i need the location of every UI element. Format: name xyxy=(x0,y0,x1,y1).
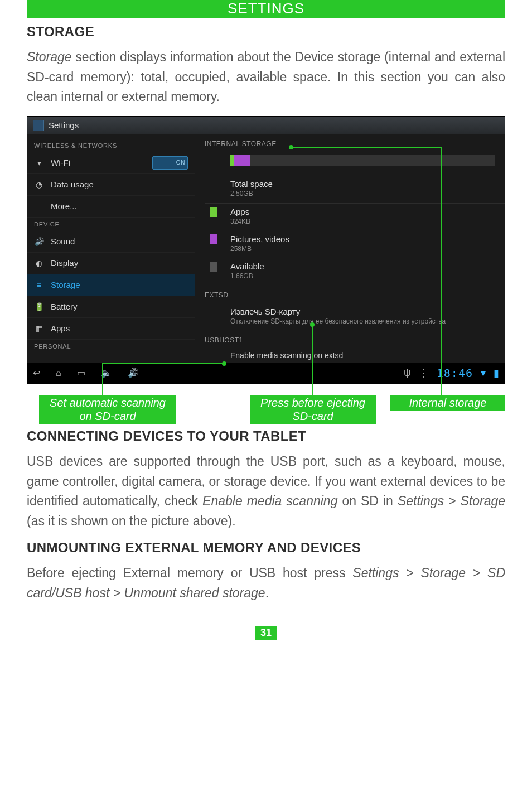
display-label: Display xyxy=(51,258,78,268)
header-bar: SETTINGS xyxy=(27,0,505,18)
android-settings-screenshot: Settings WIRELESS & NETWORKS ▾ Wi-Fi ON … xyxy=(27,116,505,384)
section-heading-unmounting: UNMOUNTING EXTERNAL MEMORY AND DEVICES xyxy=(27,540,505,556)
storage-label: Storage xyxy=(51,280,80,289)
callout-auto-scan: Set automatic scanning on SD-card xyxy=(39,395,176,424)
clock: 18:46 xyxy=(437,366,473,380)
annotation-line-internal-h xyxy=(291,147,442,148)
section-heading-storage: STORAGE xyxy=(27,24,505,40)
sidebar-category-device: DEVICE xyxy=(27,218,195,231)
sound-label: Sound xyxy=(51,236,75,246)
wifi-toggle[interactable]: ON xyxy=(152,156,188,170)
wifi-icon: ▾ xyxy=(34,158,44,168)
apps-value: 324KB xyxy=(230,218,495,225)
sidebar-category-personal: PERSONAL xyxy=(27,340,195,353)
enable-scanning-label: Enable media scanning on extsd xyxy=(230,351,495,360)
extsd-header: EXTSD xyxy=(195,286,505,303)
apps-swatch xyxy=(210,207,217,217)
volume-up-icon[interactable]: 🔊 xyxy=(128,368,139,378)
annotation-line-eject-v xyxy=(312,325,313,395)
page-number: 31 xyxy=(255,626,277,640)
android-navbar: ↩ ⌂ ▭ 🔈 🔊 ψ ⋮ 18:46 ▾ ▮ xyxy=(27,363,505,383)
wifi-label: Wi-Fi xyxy=(51,158,70,167)
apps-label: Apps xyxy=(51,324,70,333)
sidebar-item-sound[interactable]: 🔊 Sound xyxy=(27,231,195,253)
display-icon: ◐ xyxy=(34,258,44,268)
pictures-value: 258MB xyxy=(230,245,495,253)
apps-icon: ▦ xyxy=(34,324,44,334)
sound-icon: 🔊 xyxy=(34,236,44,247)
window-titlebar: Settings xyxy=(27,117,505,134)
storage-paragraph: Storage section displays information abo… xyxy=(27,47,505,107)
available-swatch xyxy=(210,262,217,272)
available-row[interactable]: Available 1.66GB xyxy=(195,258,505,286)
window-title: Settings xyxy=(49,120,79,130)
callout-press-eject: Press before ejecting SD-card xyxy=(250,395,376,424)
sidebar-item-more[interactable]: More... xyxy=(27,196,195,218)
page-footer: 31 xyxy=(0,626,532,640)
apps-row[interactable]: Apps 324KB xyxy=(195,204,505,231)
back-icon[interactable]: ↩ xyxy=(33,368,40,378)
pictures-row[interactable]: Pictures, videos 258MB xyxy=(195,231,505,258)
annotation-line-internal-v xyxy=(441,147,442,395)
apps-label: Apps xyxy=(230,207,495,216)
storage-lead-italic: Storage xyxy=(27,50,72,64)
sidebar-item-data-usage[interactable]: ◔ Data usage xyxy=(27,174,195,196)
battery-status-icon: ▮ xyxy=(494,367,499,379)
storage-icon: ≡ xyxy=(34,280,44,290)
unmounting-paragraph: Before ejecting External memory or USB h… xyxy=(27,563,505,603)
recents-icon[interactable]: ▭ xyxy=(77,368,85,378)
total-space-label: Total space xyxy=(230,179,495,189)
data-usage-icon: ◔ xyxy=(34,180,44,190)
sidebar-item-battery[interactable]: 🔋 Battery xyxy=(27,296,195,318)
eject-sd-label: Извлечь SD-карту xyxy=(230,307,495,316)
home-icon[interactable]: ⌂ xyxy=(56,368,61,378)
sidebar-item-apps[interactable]: ▦ Apps xyxy=(27,318,195,340)
internal-storage-header: INTERNAL STORAGE xyxy=(195,134,505,152)
sidebar-item-storage[interactable]: ≡ Storage xyxy=(27,274,195,296)
total-space-row[interactable]: Total space 2.50GB xyxy=(195,176,505,203)
section-heading-connecting: CONNECTING DEVICES TO YOUR TABLET xyxy=(27,428,505,444)
pictures-label: Pictures, videos xyxy=(230,234,495,244)
callout-internal-storage: Internal storage xyxy=(390,395,505,411)
settings-sidebar: WIRELESS & NETWORKS ▾ Wi-Fi ON ◔ Data us… xyxy=(27,134,195,363)
sidebar-item-display[interactable]: ◐ Display xyxy=(27,253,195,274)
enable-scanning-row[interactable]: Enable media scanning on extsd xyxy=(195,349,505,360)
battery-icon: 🔋 xyxy=(34,302,44,312)
sidebar-category-wireless: WIRELESS & NETWORKS xyxy=(27,139,195,152)
pictures-swatch xyxy=(210,234,217,244)
available-label: Available xyxy=(230,262,495,271)
usb-icon: ψ xyxy=(404,367,411,379)
connecting-paragraph: USB devices are supported through the US… xyxy=(27,452,505,532)
battery-label: Battery xyxy=(51,302,78,311)
settings-content: INTERNAL STORAGE Total space 2.50GB Apps… xyxy=(195,134,505,363)
debug-icon: ⋮ xyxy=(419,367,429,379)
more-label: More... xyxy=(51,201,77,211)
available-value: 1.66GB xyxy=(230,272,495,280)
sidebar-item-wifi[interactable]: ▾ Wi-Fi ON xyxy=(27,152,195,174)
data-usage-label: Data usage xyxy=(51,180,94,189)
storage-usage-bar xyxy=(230,155,495,166)
eject-sd-row[interactable]: Извлечь SD-карту Отключение SD-карты для… xyxy=(195,303,505,331)
storage-rest: section displays information about the D… xyxy=(27,50,505,104)
annotation-line-scan-v xyxy=(102,363,103,395)
settings-app-icon xyxy=(33,120,44,131)
eject-sd-sub: Отключение SD-карты для ее безопасного и… xyxy=(230,317,495,325)
total-space-value: 2.50GB xyxy=(230,190,495,197)
wifi-status-icon: ▾ xyxy=(481,367,486,379)
usbhost-header: USBHOST1 xyxy=(195,331,505,349)
usage-seg-media xyxy=(234,155,250,166)
annotation-line-scan-h xyxy=(102,363,223,364)
